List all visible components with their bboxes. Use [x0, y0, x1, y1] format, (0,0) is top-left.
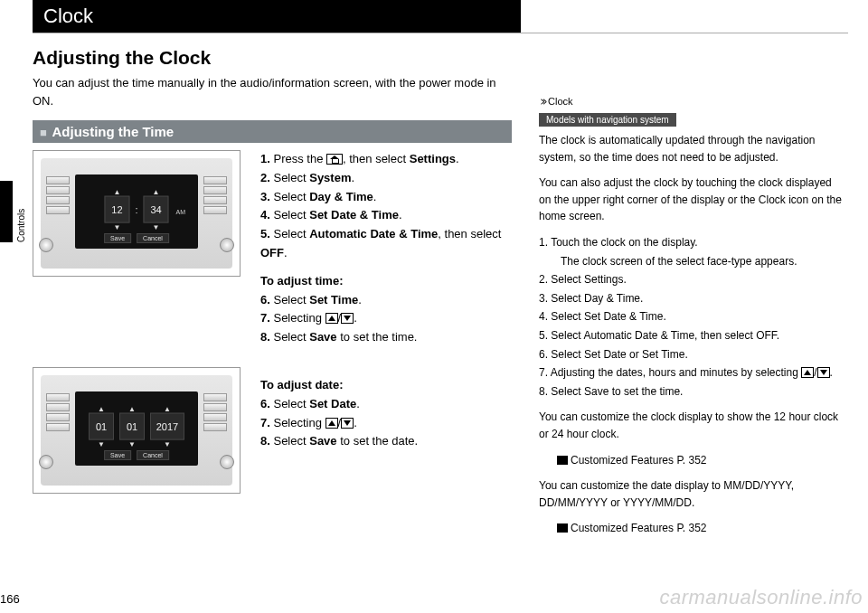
header-title: Clock [33, 0, 521, 33]
sidebar-crumb: ≫Clock [539, 96, 846, 108]
list-item: 1. Touch the clock on the display. [539, 234, 846, 251]
sidebar-para4: You can customize the date display to MM… [539, 477, 846, 511]
sidebar-para3: You can customize the clock display to s… [539, 409, 846, 442]
right-column: ≫Clock Models with navigation system The… [539, 47, 846, 546]
row-time: ▲12▼ : ▲34▼ AM Save Cancel [33, 150, 512, 347]
fig-cancel-button: Cancel [137, 233, 169, 243]
list-item: 3. Select Day & Time. [539, 290, 846, 307]
list-item: 8. Select Save to set the time. [539, 383, 846, 401]
figure-date-screen: ▲01▼ ▲01▼ ▲2017▼ Save Cancel [33, 367, 241, 494]
crossref: Customized Features P. 352 [539, 520, 846, 537]
list-item-sub: The clock screen of the select face-type… [539, 253, 846, 270]
time-hour: 12 [111, 204, 122, 215]
home-icon [326, 154, 343, 165]
list-item: 7. Adjusting the dates, hours and minute… [539, 364, 846, 382]
fig2-cancel-button: Cancel [137, 450, 169, 460]
triangle-down-icon [341, 313, 354, 324]
subsection-title: Adjusting the Time [52, 124, 174, 139]
sidebar-body: The clock is automatically updated throu… [539, 132, 846, 537]
side-tab [0, 181, 13, 242]
row-date: ▲01▼ ▲01▼ ▲2017▼ Save Cancel To adjust [33, 367, 512, 494]
section-title: Adjusting the Clock [33, 47, 512, 69]
sidebar-para1: The clock is automatically updated throu… [539, 132, 846, 165]
list-item: 5. Select Automatic Date & Time, then se… [539, 327, 846, 344]
manual-page: Controls Clock Adjusting the Clock You c… [0, 0, 868, 613]
triangle-up-icon [326, 313, 338, 324]
page-number: 166 [0, 592, 20, 606]
fig-save-button: Save [104, 233, 131, 243]
triangle-down-icon [341, 418, 354, 429]
fig2-save-button: Save [104, 450, 131, 460]
sidebar-para2: You can also adjust the clock by touchin… [539, 174, 846, 225]
list-item: 4. Select Set Date & Time. [539, 308, 846, 325]
intro-text: You can adjust the time manually in the … [33, 74, 512, 109]
triangle-down-icon [817, 367, 830, 378]
date-day: 01 [127, 421, 137, 432]
triangle-up-icon [326, 418, 338, 429]
link-arrow-icon [557, 456, 568, 465]
crossref: Customized Features P. 352 [539, 452, 846, 469]
time-ampm: AM [176, 209, 186, 215]
list-item: 6. Select Set Date or Set Time. [539, 346, 846, 363]
left-column: Adjusting the Clock You can adjust the t… [33, 47, 512, 514]
chapter-label: Controls [16, 209, 26, 242]
steps-date: To adjust date: 6. Select Set Date. 7. S… [260, 367, 512, 451]
adjust-date-header: To adjust date: [260, 376, 512, 395]
steps-main: 1. Press the , then select Settings. 2. … [260, 150, 512, 347]
date-month: 01 [96, 421, 107, 432]
time-minute: 34 [150, 204, 161, 215]
header-rule [33, 33, 848, 33]
sidebar-list: 1. Touch the clock on the display. The c… [539, 234, 846, 400]
adjust-time-header: To adjust time: [260, 272, 512, 291]
square-bullet-icon: ■ [40, 126, 47, 139]
link-arrow-icon [557, 523, 568, 533]
watermark: carmanualsonline.info [659, 586, 863, 609]
date-year: 2017 [156, 421, 178, 432]
subsection-band: ■ Adjusting the Time [33, 120, 512, 143]
list-item: 2. Select Settings. [539, 271, 846, 288]
triangle-up-icon [801, 367, 814, 378]
model-badge: Models with navigation system [539, 113, 676, 127]
figure-time-screen: ▲12▼ : ▲34▼ AM Save Cancel [33, 150, 241, 277]
